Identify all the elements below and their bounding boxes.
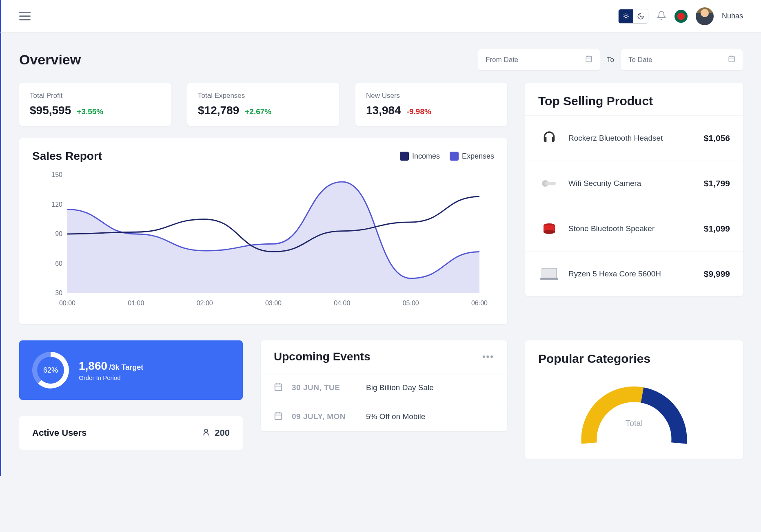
stat-value: $95,595 (30, 104, 71, 117)
active-users-card: Active Users 200 (19, 416, 243, 450)
upcoming-events-card: Upcoming Events ••• 30 JUN, TUE Big Bill… (261, 340, 507, 431)
product-price: $1,099 (704, 224, 730, 234)
product-name: Wifi Security Camera (568, 179, 696, 188)
event-name: Big Billion Day Sale (366, 383, 434, 392)
svg-text:00:00: 00:00 (59, 300, 75, 307)
page-header: Overview From Date To To Date (19, 49, 743, 71)
top-selling-card: Top Selling Product Rockerz Bluetooth He… (525, 83, 743, 296)
to-date-input[interactable]: To Date (621, 49, 743, 71)
menu-toggle[interactable] (19, 12, 31, 20)
legend-expenses: Expenses (450, 152, 494, 161)
legend-label: Incomes (412, 152, 440, 161)
svg-text:150: 150 (51, 171, 62, 178)
chart-area: 30609012015000:0001:0002:0003:0004:0005:… (19, 167, 507, 324)
product-row[interactable]: Rockerz Bluetooth Headset $1,056 (525, 115, 743, 161)
svg-text:01:00: 01:00 (128, 300, 144, 307)
to-date-placeholder: To Date (628, 56, 652, 64)
main: Overview From Date To To Date Total P (0, 33, 761, 476)
target-value: 1,860 (79, 360, 107, 372)
product-price: $9,999 (704, 269, 730, 279)
donut-chart: Total (525, 370, 743, 459)
sales-chart: 30609012015000:0001:0002:0003:0004:0005:… (32, 171, 494, 309)
page-title: Overview (19, 52, 81, 68)
calendar-icon (728, 55, 735, 64)
product-row[interactable]: Stone Bluetooth Speaker $1,099 (525, 206, 743, 251)
from-date-input[interactable]: From Date (478, 49, 600, 71)
donut-center-label: Total (626, 419, 643, 428)
topbar-right: Nuhas (618, 7, 743, 25)
calendar-icon (274, 411, 283, 422)
svg-rect-20 (542, 268, 557, 278)
active-users-title: Active Users (32, 428, 87, 438)
svg-text:03:00: 03:00 (265, 300, 282, 307)
popular-categories-card: Popular Categories Total (525, 340, 743, 459)
svg-text:06:00: 06:00 (471, 300, 488, 307)
svg-rect-24 (275, 413, 282, 419)
stat-label: Total Profit (30, 92, 160, 100)
calendar-icon (274, 382, 283, 393)
event-row[interactable]: 09 JULY, MON 5% Off on Mobile (261, 402, 507, 431)
stat-label: New Users (366, 92, 497, 100)
top-selling-title: Top Selling Product (525, 83, 743, 115)
svg-text:05:00: 05:00 (403, 300, 419, 307)
product-name: Ryzen 5 Hexa Core 5600H (568, 269, 696, 278)
progress-ring: 62% (32, 352, 69, 389)
stat-value: 13,984 (366, 104, 401, 117)
product-row[interactable]: Wifi Security Camera $1,799 (525, 161, 743, 206)
product-thumb-icon (538, 263, 560, 285)
svg-text:120: 120 (51, 201, 62, 208)
popular-categories-title: Popular Categories (525, 340, 743, 370)
progress-percent: 62% (43, 366, 58, 375)
svg-text:90: 90 (55, 230, 62, 237)
event-row[interactable]: 30 JUN, TUE Big Billion Day Sale (261, 373, 507, 402)
svg-text:02:00: 02:00 (197, 300, 213, 307)
sales-report-card: Sales Report Incomes Expenses 3060901201 (19, 138, 507, 324)
stat-delta: +3.55% (77, 107, 103, 116)
stat-cards: Total Profit $95,595 +3.55% Total Expens… (19, 83, 507, 126)
product-name: Rockerz Bluetooth Headset (568, 134, 696, 143)
stat-delta: -9.98% (407, 107, 431, 116)
legend-incomes: Incomes (400, 152, 440, 161)
legend-swatch-icon (450, 152, 459, 161)
stat-card-users: New Users 13,984 -9.98% (355, 83, 507, 126)
product-row[interactable]: Ryzen 5 Hexa Core 5600H $9,999 (525, 251, 743, 296)
avatar[interactable] (696, 7, 714, 25)
from-date-placeholder: From Date (486, 56, 518, 64)
svg-rect-2 (729, 56, 734, 62)
product-name: Stone Bluetooth Speaker (568, 224, 696, 233)
flag-icon[interactable] (674, 10, 688, 23)
product-thumb-icon (538, 218, 560, 240)
product-thumb-icon (538, 172, 560, 194)
theme-toggle[interactable] (618, 9, 648, 24)
stat-card-expenses: Total Expenses $12,789 +2.67% (187, 83, 339, 126)
calendar-icon (585, 55, 592, 64)
target-card: 62% 1,860 /3k Target Order In Period (19, 340, 243, 400)
stat-card-profit: Total Profit $95,595 +3.55% (19, 83, 171, 126)
product-thumb-icon (538, 127, 560, 149)
event-date: 30 JUN, TUE (292, 383, 357, 392)
svg-point-22 (205, 429, 208, 432)
topbar: Nuhas (0, 0, 761, 33)
svg-rect-23 (275, 384, 282, 391)
svg-rect-16 (545, 182, 556, 185)
target-label: Order In Period (79, 374, 143, 381)
legend-label: Expenses (462, 152, 494, 161)
svg-rect-21 (540, 278, 558, 280)
date-range: From Date To To Date (478, 49, 743, 71)
date-to-label: To (607, 56, 614, 64)
user-icon (202, 428, 211, 438)
more-icon[interactable]: ••• (482, 351, 494, 362)
sales-report-title: Sales Report (32, 150, 102, 163)
svg-text:30: 30 (55, 289, 62, 296)
stat-label: Total Expenses (198, 92, 328, 100)
username[interactable]: Nuhas (722, 12, 743, 20)
product-price: $1,056 (704, 133, 730, 143)
sun-icon[interactable] (619, 9, 633, 23)
chart-legend: Incomes Expenses (400, 152, 494, 161)
stat-delta: +2.67% (245, 107, 271, 116)
bell-icon[interactable] (657, 11, 666, 22)
event-name: 5% Off on Mobile (366, 412, 425, 421)
moon-icon[interactable] (633, 9, 648, 23)
svg-rect-1 (586, 56, 592, 62)
svg-point-0 (625, 15, 627, 18)
